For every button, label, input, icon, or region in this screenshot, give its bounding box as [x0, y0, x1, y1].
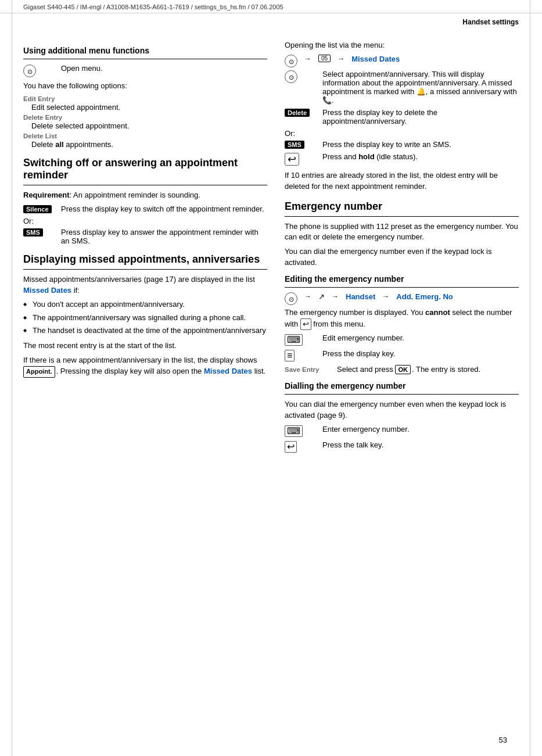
calendar-icon: 05: [318, 55, 331, 62]
edit-handset: Handset: [346, 292, 375, 301]
edit-arr3: →: [382, 292, 389, 300]
hold-icon-col: ↩: [285, 152, 317, 166]
open-menu-text: Open menu.: [61, 64, 267, 73]
talk-key-icon: ↩: [300, 318, 311, 330]
save-entry-label-col: Save Entry: [285, 365, 331, 374]
arrow-1: →: [304, 55, 311, 63]
edit-entry-text: Edit selected appointment.: [31, 103, 267, 112]
talk-key-sym: ↩: [285, 441, 297, 453]
bullet-list: You don't accept an appointment/annivers…: [23, 299, 267, 336]
page-number: 53: [499, 736, 507, 744]
page-header: Gigaset S440-445 / IM-engl / A31008-M163…: [0, 0, 542, 13]
divider-dial: [285, 394, 519, 395]
divider2: [23, 185, 267, 185]
arrow-2: →: [338, 55, 344, 63]
save-entry-label: Save Entry: [285, 366, 319, 373]
page: Gigaset S440-445 / IM-engl / A31008-M163…: [0, 0, 542, 756]
silence-row: Silence Press the display key to switch …: [23, 205, 267, 213]
dial-number-row: ⌨ Enter emergency number.: [285, 425, 519, 437]
dial-number-text: Enter emergency number.: [322, 425, 519, 433]
select-menu-icon: ⊙: [285, 70, 297, 83]
edit-path-icon1: ⊙: [285, 292, 297, 305]
header-left: Gigaset S440-445 / IM-engl / A31008-M163…: [23, 3, 283, 10]
list-item: The handset is deactivated at the time o…: [23, 325, 267, 336]
delete-entry-text: Delete selected appointment.: [31, 121, 267, 130]
divider-edit-emergency: [285, 287, 519, 288]
silence-badge-col: Silence: [23, 205, 55, 213]
delete-appoint-text: Press the display key to delete the appo…: [322, 108, 519, 126]
sms-text-right: Press the display key to write an SMS.: [322, 140, 519, 149]
hold-text: Press and hold (idle status).: [322, 152, 519, 161]
right-column: Opening the list via the menu: ⊙ → 05 → …: [285, 40, 519, 456]
missed-dates-link1: Missed Dates: [23, 286, 71, 295]
select-icon-col: ⊙: [285, 70, 317, 83]
missed-heading: Displaying missed appointments, annivers…: [23, 253, 267, 266]
section-additional-menu: Using additional menu functions ⊙ Open m…: [23, 46, 267, 149]
save-entry-text: Select and press OK. The entry is stored…: [337, 365, 519, 374]
select-appoint-text: Select appointment/anniversary. This wil…: [322, 70, 519, 105]
section-emergency: Emergency number The phone is supplied w…: [285, 200, 519, 268]
delete-entry-label: Delete Entry: [23, 114, 267, 121]
sms-badge-col-right: SMS: [285, 140, 317, 149]
edit-end: Add. Emerg. No: [396, 292, 453, 301]
opening-list-para: Opening the list via the menu:: [285, 40, 519, 51]
keypad-icon: ⌨: [285, 334, 303, 346]
talk-key-text: Press the talk key.: [322, 440, 519, 449]
edit-entry-block: Edit Entry Edit selected appointment.: [23, 95, 267, 112]
emergency-para2: You can dial the emergency number even i…: [285, 246, 519, 268]
delete-list-block: Delete List Delete all appointments.: [23, 132, 267, 149]
talk-key-row: ↩ Press the talk key.: [285, 440, 519, 453]
main-content: Using additional menu functions ⊙ Open m…: [0, 28, 542, 479]
sms-text: Press display key to answer the appointm…: [61, 228, 267, 245]
dial-para: You can dial the emergency number even w…: [285, 399, 519, 421]
edit-number-row: ⌨ Edit emergency number.: [285, 334, 519, 346]
delete-badge-col: Delete: [285, 108, 317, 117]
dial-keypad-col: ⌨: [285, 425, 317, 437]
right-border: [530, 0, 530, 756]
display-key-text: Press the display key.: [322, 349, 519, 358]
left-column: Using additional menu functions ⊙ Open m…: [23, 40, 267, 456]
divider-emergency: [285, 216, 519, 217]
delete-list-label: Delete List: [23, 132, 267, 139]
sms-row: SMS Press display key to answer the appo…: [23, 228, 267, 245]
select-appoint-row: ⊙ Select appointment/anniversary. This w…: [285, 70, 519, 105]
appoint-badge: Appoint.: [23, 366, 55, 378]
edit-emergency-para: The emergency number is displayed. You c…: [285, 307, 519, 330]
dial-heading: Dialling the emergency number: [285, 381, 519, 390]
edit-entry-label: Edit Entry: [23, 95, 267, 102]
ten-entries-para: If 10 entries are already stored in the …: [285, 170, 519, 192]
missed-intro: Missed appointments/anniversaries (page …: [23, 274, 267, 296]
additional-menu-heading: Using additional menu functions: [23, 46, 267, 55]
talk-key-col: ↩: [285, 440, 317, 453]
section-edit-emergency: Editing the emergency number ⊙ → ↗ → Han…: [285, 274, 519, 374]
section-switching-off: Switching off or answering an appointmen…: [23, 157, 267, 245]
edit-arr2: →: [332, 292, 339, 300]
open-menu-icon-col: ⊙: [23, 64, 55, 77]
dial-keypad-icon: ⌨: [285, 425, 303, 437]
options-para: You have the following options:: [23, 81, 267, 92]
silence-text: Press the display key to switch off the …: [61, 205, 267, 213]
sms-badge-col: SMS: [23, 228, 55, 237]
or-label-right: Or:: [285, 129, 519, 138]
menu-lines-col: ≡: [285, 349, 317, 361]
edit-path-icon2: ↗: [318, 292, 325, 301]
hold-icon: ↩: [285, 153, 299, 166]
edit-number-text: Edit emergency number.: [322, 334, 519, 342]
emergency-heading: Emergency number: [285, 200, 519, 213]
missed-dates-path: Missed Dates: [351, 55, 400, 63]
delete-badge: Delete: [285, 109, 310, 117]
keypad-icon-col: ⌨: [285, 334, 317, 346]
section-dial-emergency: Dialling the emergency number You can di…: [285, 381, 519, 453]
display-key-row: ≡ Press the display key.: [285, 349, 519, 361]
menu-lines-icon: ≡: [285, 350, 295, 361]
requirement-para: Requirement: An appointment reminder is …: [23, 190, 267, 201]
section-missed: Displaying missed appointments, annivers…: [23, 253, 267, 378]
emergency-para1: The phone is supplied with 112 preset as…: [285, 221, 519, 243]
ok-badge: OK: [395, 365, 411, 374]
save-entry-row: Save Entry Select and press OK. The entr…: [285, 365, 519, 374]
most-recent-para: The most recent entry is at the start of…: [23, 341, 267, 352]
list-item: The appointment/anniversary was signalle…: [23, 313, 267, 323]
silence-badge: Silence: [23, 205, 52, 213]
hold-row: ↩ Press and hold (idle status).: [285, 152, 519, 166]
edit-emergency-heading: Editing the emergency number: [285, 274, 519, 284]
